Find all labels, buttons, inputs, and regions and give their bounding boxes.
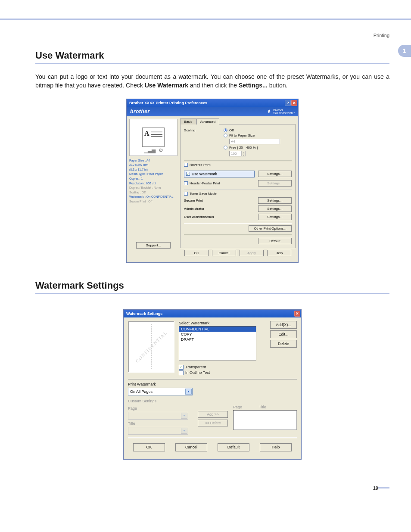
info-dim-mm: 210 x 297 mm — [129, 163, 177, 167]
wm-help-button[interactable]: Help — [260, 443, 292, 451]
close-icon[interactable]: ✕ — [294, 311, 300, 317]
use-watermark-paragraph: You can put a logo or text into your doc… — [35, 72, 389, 90]
ok-button[interactable]: OK — [184, 250, 209, 256]
page-number: 19 — [35, 485, 389, 491]
user-auth-settings-button[interactable]: Settings... — [258, 214, 292, 220]
watermark-listbox[interactable]: CONFIDENTIAL COPY DRAFT — [179, 326, 256, 361]
title-label: Title — [128, 421, 149, 426]
top-bar — [0, 0, 411, 20]
scaling-free-radio[interactable] — [224, 146, 227, 149]
chevron-down-icon: ▼ — [185, 389, 192, 395]
secure-print-settings-button[interactable]: Settings... — [258, 197, 292, 204]
custom-pages-listbox — [233, 410, 297, 430]
use-watermark-heading: Use Watermark — [35, 50, 389, 61]
heading-underline — [35, 63, 389, 64]
header-footer-settings-button[interactable]: Settings... — [258, 180, 292, 187]
page-label: Page — [128, 406, 149, 411]
delete-page-button: << Delete — [198, 420, 228, 426]
help-button[interactable]: Help — [267, 250, 291, 256]
info-paper-size: Paper Size : A4 — [129, 159, 177, 162]
list-item[interactable]: CONFIDENTIAL — [179, 327, 256, 332]
help-icon[interactable]: ? — [285, 100, 291, 106]
printing-preferences-dialog: Brother XXXX Printer Printing Preference… — [126, 99, 299, 263]
header-printing-label: Printing — [35, 33, 389, 38]
globe-icon: ⚙ — [159, 147, 163, 153]
info-secure: Secure Print : Off — [129, 199, 177, 203]
transparent-label: Transparent — [185, 365, 206, 369]
brand-bar: brother BrotherSolutionsCenter — [127, 107, 298, 116]
close-icon[interactable]: ✕ — [291, 100, 297, 106]
brother-logo: brother — [130, 109, 150, 115]
info-watermark: Watermark : On CONFIDENTIAL — [129, 195, 177, 199]
cancel-button[interactable]: Cancel — [212, 250, 236, 256]
tab-advanced[interactable]: Advanced — [196, 118, 220, 124]
para-text-e: button. — [268, 82, 288, 89]
preview-letter-a-icon: A — [144, 130, 149, 137]
list-item[interactable]: DRAFT — [179, 337, 256, 342]
scaling-off-label: Off — [229, 128, 234, 132]
dialog2-title-text: Watermark Settings — [126, 311, 162, 316]
reverse-print-label: Reverse Print — [190, 163, 210, 167]
dialog-titlebar: Brother XXXX Printer Printing Preference… — [127, 99, 298, 107]
dialog-footer: OK Cancel Apply Help — [180, 248, 296, 260]
scaling-label: Scaling — [184, 128, 224, 132]
print-watermark-select[interactable]: On All Pages ▼ — [128, 388, 193, 395]
dialog2-footer: OK Cancel Default Help — [128, 441, 297, 456]
print-watermark-value: On All Pages — [130, 389, 153, 394]
heading-underline-2 — [35, 293, 389, 294]
outline-text-check[interactable] — [179, 370, 184, 375]
dialog-title-text: Brother XXXX Printer Printing Preference… — [129, 101, 207, 105]
advanced-tab-panel: Scaling Off Fit to Paper Size A4 — [180, 124, 296, 248]
col-page-header: Page — [233, 405, 259, 409]
list-item[interactable]: COPY — [179, 332, 256, 337]
default-button[interactable]: Default — [258, 238, 292, 244]
chevron-down-icon: ▼ — [181, 413, 187, 419]
delete-watermark-button[interactable]: Delete — [270, 340, 297, 348]
watermark-settings-button[interactable]: Settings... — [258, 171, 292, 177]
use-watermark-check[interactable] — [186, 172, 190, 176]
sc-line1: Brother — [273, 109, 283, 112]
header-footer-check[interactable] — [184, 181, 188, 185]
dialog-left-panel: A ▁▃▅ ⚙ Paper Size : A4 210 x 297 mm (8.… — [127, 116, 180, 262]
page-preview: A ▁▃▅ ⚙ — [129, 119, 177, 156]
spinner-down-icon[interactable]: ▼ — [242, 154, 245, 156]
other-print-options-button[interactable]: Other Print Options... — [249, 225, 292, 232]
add-page-button: Add >> — [198, 411, 228, 418]
add-watermark-button[interactable]: Add(X)... — [270, 321, 297, 329]
chapter-tab: 1 — [398, 45, 411, 57]
tab-basic[interactable]: Basic — [180, 118, 196, 124]
use-watermark-row: Use Watermark — [184, 171, 255, 177]
scaling-free-label: Free [ 25 - 400 % ] — [229, 146, 258, 149]
chevron-down-icon: ▼ — [181, 428, 187, 434]
secure-print-label: Secure Print — [184, 199, 255, 202]
watermark-preview: CONFIDENTIAL — [128, 321, 174, 373]
fit-paper-size-select[interactable]: A4 — [229, 139, 280, 144]
info-dim-in: (8.3 x 11.7 in) — [129, 168, 177, 171]
apply-button[interactable]: Apply — [240, 250, 264, 256]
use-watermark-label: Use Watermark — [192, 172, 217, 176]
info-media-type: Media Type : Plain Paper — [129, 172, 177, 176]
wm-cancel-button[interactable]: Cancel — [175, 443, 207, 451]
scaling-fit-label: Fit to Paper Size — [229, 134, 255, 137]
toner-save-label: Toner Save Mode — [190, 192, 217, 196]
s-logo-icon — [267, 109, 272, 114]
toner-save-check[interactable] — [184, 192, 188, 196]
custom-settings-label: Custom Settings — [128, 399, 297, 403]
scaling-off-radio[interactable] — [224, 128, 227, 132]
col-title-header: Title — [259, 405, 266, 409]
free-percent-input[interactable]: 100 — [229, 151, 241, 156]
transparent-check[interactable] — [179, 365, 184, 370]
support-button[interactable]: Support... — [136, 242, 171, 249]
wm-default-button[interactable]: Default — [218, 443, 249, 451]
fit-value: A4 — [231, 140, 235, 143]
reverse-print-check[interactable] — [184, 163, 188, 167]
administrator-settings-button[interactable]: Settings... — [258, 205, 292, 212]
watermark-settings-heading: Watermark Settings — [35, 280, 389, 291]
page-select: ▼ — [128, 412, 188, 420]
edit-watermark-button[interactable]: Edit... — [270, 330, 297, 338]
para-bold-use-watermark: Use Watermark — [145, 82, 188, 89]
scaling-fit-radio[interactable] — [224, 134, 227, 137]
tab-strip: Basic Advanced — [180, 118, 296, 124]
wm-ok-button[interactable]: OK — [133, 443, 165, 451]
solutions-center-link[interactable]: BrotherSolutionsCenter — [267, 109, 295, 115]
